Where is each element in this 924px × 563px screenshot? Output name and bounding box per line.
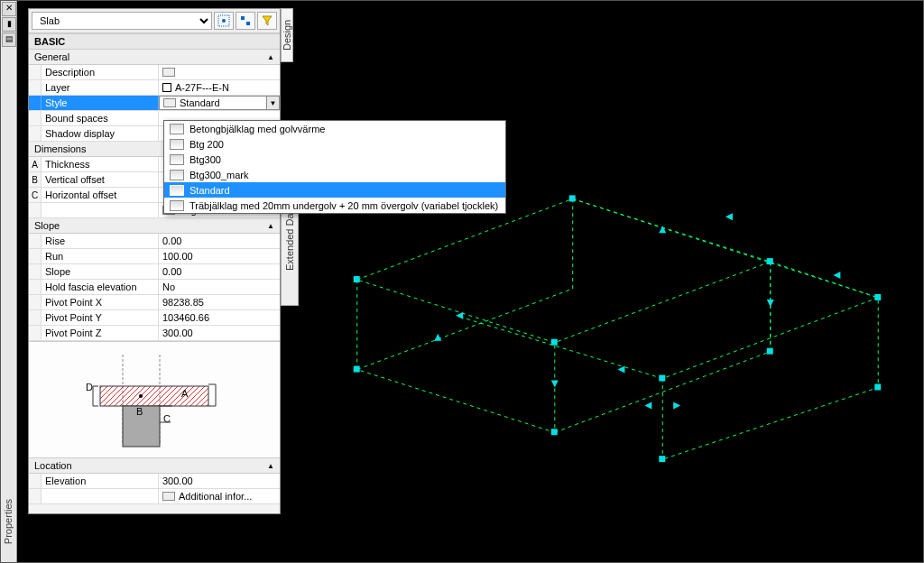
svg-marker-32 — [659, 226, 666, 233]
style-option[interactable]: Btg 200 — [164, 136, 505, 152]
style-dropdown-list: Betongbjälklag med golvvärme Btg 200 Btg… — [163, 120, 506, 214]
svg-rect-16 — [551, 339, 558, 346]
slab-icon — [170, 185, 184, 196]
style-option[interactable]: Träbjälklag med 20mm undergolv + 20 mm ö… — [164, 198, 505, 213]
svg-rect-20 — [551, 429, 558, 435]
layer-value[interactable]: A-27F---E-N — [159, 80, 280, 95]
svg-rect-14 — [569, 195, 576, 201]
svg-rect-6 — [100, 386, 208, 406]
svg-marker-30 — [551, 381, 559, 388]
object-type-select[interactable]: Slab — [32, 12, 212, 30]
slab-icon — [170, 139, 184, 150]
slab-preview: D A B C — [29, 341, 280, 458]
pivot-z-value[interactable]: 300.00 — [159, 326, 280, 340]
properties-panel: Slab BASIC General▲ Description LayerA-2… — [28, 8, 281, 514]
group-slope[interactable]: Slope▲ — [29, 218, 280, 234]
panel-header: Slab — [29, 9, 280, 33]
slab-icon — [170, 200, 184, 211]
tab-design[interactable]: Design — [281, 8, 293, 62]
pivot-x-value[interactable]: 98238.85 — [159, 295, 280, 309]
svg-point-1 — [222, 19, 226, 23]
menu-icon[interactable]: ▤ — [2, 32, 16, 47]
svg-marker-27 — [725, 213, 733, 220]
pin-icon[interactable]: ▮ — [2, 17, 16, 32]
layer-color-chip — [162, 83, 171, 92]
row-description: Description — [29, 65, 280, 80]
slope-value[interactable]: 0.00 — [159, 264, 280, 279]
svg-marker-28 — [833, 272, 840, 279]
row-pivot-z: Pivot Point Z300.00 — [29, 326, 280, 341]
chevron-down-icon: ▼ — [266, 97, 279, 109]
panel-title: Properties — [3, 499, 14, 544]
svg-rect-21 — [767, 348, 773, 355]
style-dropdown[interactable]: Standard▼ — [159, 96, 280, 110]
slab-icon — [163, 98, 176, 107]
style-option-selected[interactable]: Standard — [164, 182, 505, 198]
row-pivot-x: Pivot Point X98238.85 — [29, 295, 280, 310]
row-fascia: Hold fascia elevationNo — [29, 280, 280, 295]
close-icon[interactable]: ✕ — [2, 2, 16, 16]
slab-icon — [170, 154, 184, 165]
svg-rect-23 — [659, 456, 665, 462]
select-similar-button[interactable] — [236, 12, 255, 30]
svg-marker-31 — [767, 300, 774, 307]
svg-rect-18 — [659, 375, 665, 382]
section-basic: BASIC — [29, 33, 280, 50]
row-layer: LayerA-27F---E-N — [29, 80, 280, 96]
additional-info-button[interactable]: Additional infor... — [159, 489, 280, 503]
elevation-value[interactable]: 300.00 — [159, 474, 280, 488]
style-option[interactable]: Btg300 — [164, 152, 505, 167]
rise-value[interactable]: 0.00 — [159, 234, 280, 248]
quick-select-button[interactable] — [214, 12, 234, 30]
chevron-up-icon: ▲ — [267, 462, 274, 470]
worksheet-icon — [162, 68, 175, 77]
svg-rect-15 — [767, 258, 773, 264]
svg-text:A: A — [181, 388, 189, 399]
slab-icon — [170, 170, 184, 180]
svg-rect-13 — [354, 276, 360, 282]
group-location[interactable]: Location▲ — [29, 458, 280, 474]
svg-text:D: D — [86, 382, 93, 392]
group-general[interactable]: General▲ — [29, 50, 280, 65]
pivot-y-value[interactable]: 103460.66 — [159, 310, 280, 325]
row-slope: Slope0.00 — [29, 264, 280, 280]
row-pivot-y: Pivot Point Y103460.66 — [29, 310, 280, 326]
row-style: StyleStandard▼ — [29, 96, 280, 111]
row-rise: Rise0.00 — [29, 234, 280, 249]
svg-marker-25 — [673, 401, 680, 409]
svg-marker-26 — [456, 312, 463, 319]
svg-point-12 — [139, 394, 143, 398]
svg-marker-33 — [434, 334, 441, 341]
chevron-up-icon: ▲ — [267, 53, 274, 61]
svg-rect-2 — [241, 16, 245, 20]
description-value[interactable] — [159, 65, 280, 79]
svg-marker-29 — [617, 366, 624, 374]
svg-text:B: B — [136, 406, 143, 417]
3d-viewport[interactable] — [303, 1, 923, 562]
svg-rect-3 — [246, 22, 250, 25]
row-run: Run100.00 — [29, 249, 280, 264]
row-additional: Additional infor... — [29, 489, 280, 504]
row-elevation: Elevation300.00 — [29, 474, 280, 489]
style-option[interactable]: Btg300_mark — [164, 167, 505, 182]
chevron-up-icon: ▲ — [267, 222, 274, 230]
side-tabs: Design — [281, 8, 299, 62]
worksheet-icon — [162, 492, 175, 501]
svg-rect-19 — [354, 366, 360, 373]
run-value[interactable]: 100.00 — [159, 249, 280, 263]
filter-button[interactable] — [257, 12, 277, 30]
svg-rect-22 — [874, 384, 881, 391]
slab-icon — [170, 124, 184, 134]
fascia-value[interactable]: No — [159, 280, 280, 294]
left-rail: ✕ ▮ ▤ Properties — [1, 1, 17, 562]
style-option[interactable]: Betongbjälklag med golvvärme — [164, 121, 505, 136]
svg-rect-17 — [874, 294, 881, 300]
svg-marker-24 — [644, 401, 651, 409]
